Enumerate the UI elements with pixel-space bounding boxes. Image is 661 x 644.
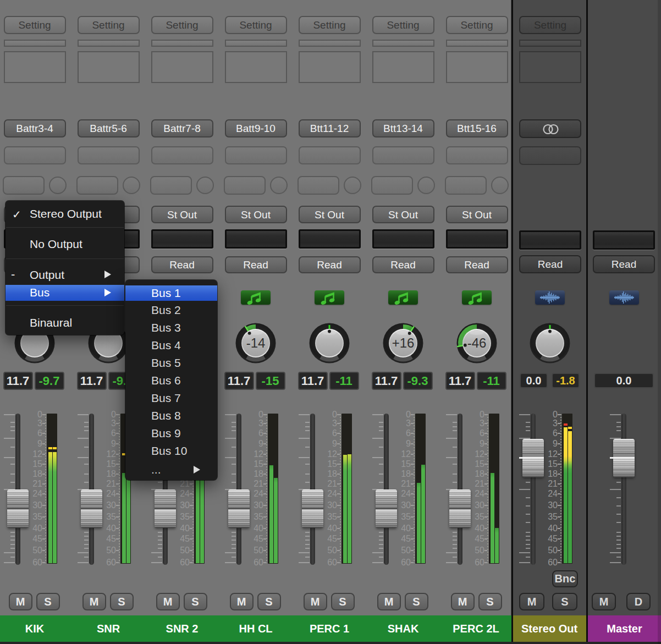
svg-text:+16: +16 — [392, 335, 415, 350]
svg-text:-14: -14 — [246, 335, 266, 350]
svg-text:-46: -46 — [467, 335, 487, 350]
